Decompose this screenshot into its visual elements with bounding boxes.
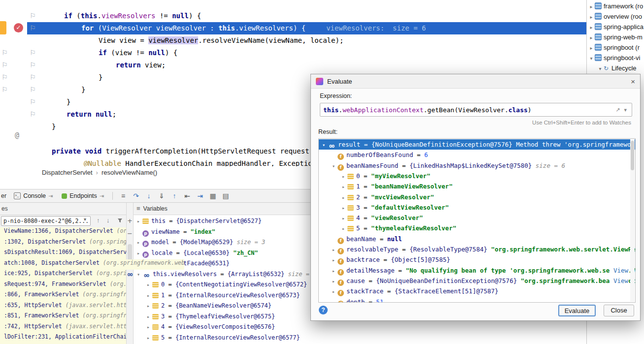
result-row[interactable]: ▸2 = "mvcViewResolver" (319, 192, 635, 202)
chevron-down-icon[interactable]: ▾ (84, 217, 86, 222)
chevron-icon[interactable]: ▸ (340, 203, 347, 213)
result-row[interactable]: fdepth = 51 (319, 297, 635, 303)
frame-row[interactable]: ice:925, DispatcherServlet (org.springfr… (0, 270, 126, 281)
dialog-titlebar[interactable]: Evaluate × (311, 74, 640, 89)
variable-row[interactable]: ▸4 = {ViewResolverComposite@6576} (134, 322, 586, 333)
chevron-icon[interactable]: ▸ (145, 333, 152, 344)
result-row[interactable]: ▾ooresult = {NoUniqueBeanDefinitionExcep… (319, 139, 635, 150)
chevron-icon[interactable]: ▸ (330, 286, 337, 296)
result-row[interactable]: ▸5 = "thymeleafViewResolver" (319, 223, 635, 233)
hamburger-icon[interactable]: ≡ (136, 203, 140, 215)
view-link[interactable]: View (610, 276, 628, 286)
breakpoint-verified-icon[interactable]: ✓ (14, 23, 23, 32)
frame-row[interactable]: :851, FrameworkServlet (org.springframew… (0, 312, 126, 323)
chevron-icon[interactable]: ▸ (330, 276, 337, 286)
chevron-icon[interactable]: ▸ (340, 182, 347, 191)
result-row[interactable]: ▸fbacktrace = {Object[5]@7585} (319, 254, 635, 265)
chevron-icon[interactable]: ▸ (588, 1, 595, 11)
chevron-icon[interactable]: ▸ (145, 290, 152, 301)
chevron-icon[interactable]: ▸ (145, 301, 152, 312)
variable-row[interactable]: ▸5 = {InternalResourceViewResolver@6577} (134, 333, 586, 344)
frame-row[interactable]: :742, HttpServlet (javax.servlet.http) (0, 323, 126, 334)
frame-row[interactable]: lDoFilter:231, ApplicationFilterChain (o… (0, 333, 126, 344)
frame-row[interactable]: :635, HttpServlet (javax.servlet.http) (0, 302, 126, 313)
project-tree-item[interactable]: ▸spring-applica (587, 22, 644, 32)
chevron-icon[interactable]: ▸ (340, 223, 347, 233)
chevron-icon[interactable]: ▸ (145, 280, 152, 290)
chevron-icon[interactable]: ▸ (135, 248, 142, 259)
bookmark-flag-icon[interactable]: ⚐ (1, 49, 8, 57)
frame-down-icon[interactable]: ↓ (106, 217, 110, 224)
bookmark-flag-icon[interactable]: ⚐ (30, 110, 36, 118)
chevron-icon[interactable]: ▸ (135, 216, 142, 227)
chevron-icon[interactable]: ▸ (588, 43, 595, 53)
frame-row[interactable]: sRequest:974, FrameworkServlet (org.spri… (0, 281, 126, 291)
filter-icon[interactable] (117, 218, 123, 225)
expression-input[interactable]: this.webApplicationContext.getBean(ViewR… (320, 103, 632, 117)
bookmark-flag-icon[interactable]: ⚐ (30, 24, 36, 32)
remove-watch-button[interactable]: − (127, 230, 133, 237)
scrollbar-thumb[interactable] (631, 141, 634, 170)
result-row[interactable]: fnumberOfBeansFound = 6 (319, 150, 635, 160)
project-tree-item[interactable]: ▾springboot-vi (587, 53, 644, 63)
tab-endpoints[interactable]: Endpoints ⇥ (57, 189, 108, 202)
breadcrumb-item[interactable]: resolveViewName() (102, 169, 157, 176)
bookmark-flag-icon[interactable]: ⚐ (1, 73, 8, 81)
breadcrumb-item[interactable]: DispatcherServlet (42, 169, 93, 176)
frame-row[interactable]: ViewName:1366, DispatcherServlet (org.sp… (0, 227, 126, 238)
view-link[interactable]: View (610, 265, 628, 276)
expand-icon[interactable]: ↗ (613, 107, 622, 113)
chevron-icon[interactable]: ▾ (135, 269, 142, 280)
tab-console[interactable]: Console ⇥ (9, 189, 57, 202)
project-tree-item[interactable]: ▸spring-web-m (587, 32, 644, 42)
result-row[interactable]: ▸fcause = {NoUniqueBeanDefinitionExcepti… (319, 276, 635, 286)
chevron-icon[interactable]: ▸ (588, 12, 595, 22)
frame-up-icon[interactable]: ↑ (97, 217, 100, 224)
close-button[interactable]: Close (604, 305, 634, 316)
chevron-icon[interactable]: ▸ (330, 245, 337, 254)
chevron-icon[interactable]: ▾ (330, 161, 337, 171)
frame-row[interactable]: :866, FrameworkServlet (org.springframew… (0, 291, 126, 302)
chevron-icon[interactable]: ▸ (340, 192, 347, 202)
expression-code[interactable]: this.webApplicationContext.getBean(ViewR… (323, 106, 613, 114)
chevron-icon[interactable]: ▸ (588, 22, 595, 32)
scrollbar-track[interactable] (630, 139, 635, 302)
result-row[interactable]: ▸fdetailMessage = "No qualifying bean of… (319, 265, 635, 276)
drop-frame-icon[interactable]: ⇤ (181, 192, 194, 200)
result-row[interactable]: ▸3 = "defaultViewResolver" (319, 202, 635, 213)
bookmark-flag-icon[interactable]: ⚐ (1, 86, 8, 94)
project-tree-item[interactable]: ▾↻Lifecycle (587, 63, 644, 73)
bookmark-flag-icon[interactable]: ⚐ (30, 86, 36, 94)
step-into-icon[interactable]: ↓ (142, 192, 155, 200)
chevron-icon[interactable]: ▸ (588, 32, 595, 42)
step-over-icon[interactable]: ↷ (130, 192, 142, 200)
chevron-down-icon[interactable]: ▾ (622, 107, 629, 113)
chevron-icon[interactable]: ▸ (145, 322, 152, 333)
help-icon[interactable]: ? (319, 306, 328, 314)
result-row[interactable]: ▸0 = "myViewResolver" (319, 171, 635, 181)
chevron-icon[interactable]: ▸ (330, 255, 337, 265)
project-tree-item[interactable]: ▸framework (ro (587, 1, 644, 11)
close-icon[interactable]: × (631, 78, 635, 85)
result-row[interactable]: ▸fresolvableType = {ResolvableType@7584}… (319, 244, 635, 254)
clipped-debugger-tab[interactable]: er (0, 192, 9, 199)
chevron-icon[interactable]: ▾ (320, 140, 327, 150)
chevron-icon[interactable]: ▾ (588, 53, 595, 63)
result-row[interactable]: ▸fstackTrace = {StackTraceElement[51]@75… (319, 286, 635, 296)
view-breakpoints-icon[interactable]: ▦ (206, 192, 219, 200)
frame-row[interactable]: atch:1008, DispatcherServlet (org.spring… (0, 259, 184, 270)
chevron-icon[interactable]: ▸ (135, 237, 142, 248)
result-row[interactable]: ▾fbeanNamesFound = {LinkedHashMap$Linked… (319, 160, 635, 171)
chevron-icon[interactable]: ▸ (330, 266, 337, 276)
frame-row[interactable]: :1302, DispatcherServlet (org.springfram… (0, 238, 126, 249)
result-row[interactable]: ▸4 = "viewResolver" (319, 213, 635, 223)
evaluate-button[interactable]: Evaluate (558, 305, 596, 316)
thread-selector[interactable]: p-nio-8080-exec-2"@6,2... (1, 216, 91, 226)
run-to-cursor-icon[interactable]: ⇥ (194, 192, 206, 200)
result-row[interactable]: fbeanName = null (319, 234, 635, 244)
project-tree-item[interactable]: ▸overview (roo (587, 11, 644, 22)
chevron-icon[interactable]: ▸ (340, 171, 347, 181)
step-out-icon[interactable]: ↑ (168, 192, 181, 200)
add-watch-button[interactable]: + (127, 218, 133, 224)
result-row[interactable]: ▸1 = "beanNameViewResolver" (319, 181, 635, 191)
